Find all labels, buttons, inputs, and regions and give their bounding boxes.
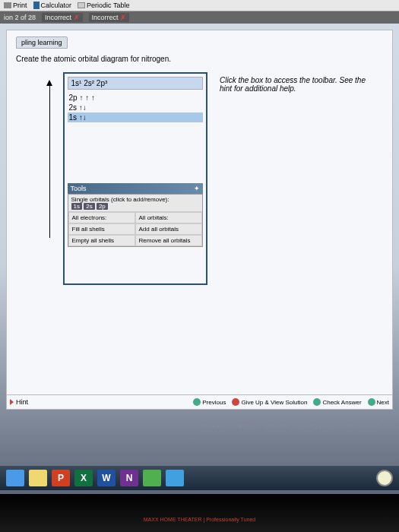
energy-label: Energy — [33, 0, 55, 285]
all-electrons-label: All electrons: — [68, 212, 135, 223]
orbital-2p[interactable]: 2p ↑ ↑ ↑ — [68, 93, 203, 103]
link-privacy[interactable]: privacy policy — [299, 422, 335, 429]
main-content: pling learning Create the atomic orbital… — [6, 30, 393, 410]
previous-button[interactable]: Previous — [193, 398, 226, 406]
taskbar-wave-icon[interactable] — [376, 470, 393, 486]
x-icon: ✗ — [74, 14, 80, 21]
tools-title: Tools — [71, 185, 87, 192]
taskbar-excel-icon[interactable]: X — [74, 470, 93, 486]
orbital-1s[interactable]: 1s ↑↓ — [68, 112, 203, 122]
instruction-text: Click the box to access the toolbar. See… — [220, 76, 372, 93]
next-button[interactable]: Next — [368, 398, 389, 406]
chip-2p[interactable]: 2p — [97, 203, 108, 210]
taskbar-ie-icon[interactable] — [6, 470, 24, 486]
tools-body: Single orbitals (click to add/remove): 1… — [68, 194, 203, 247]
taskbar-onenote-icon[interactable]: N — [120, 470, 138, 486]
all-orbitals-label: All orbitals: — [135, 212, 202, 223]
prev-icon — [193, 398, 201, 406]
tools-grid: All electrons: All orbitals: Fill all sh… — [68, 212, 202, 246]
speaker-branding: MAXX HOME THEATER | Professionally Tuned — [0, 494, 399, 522]
remove-orbitals-button[interactable]: Remove all orbitals — [135, 235, 202, 246]
table-icon — [78, 2, 85, 8]
print-button[interactable]: Print — [4, 2, 27, 9]
windows-taskbar: P X W N — [0, 466, 399, 490]
orbital-diagram-box[interactable]: 1s¹ 2s² 2p³ 2p ↑ ↑ ↑ 2s ↑↓ 1s ↑↓ Tools ✦… — [63, 72, 207, 285]
taskbar-windows-icon[interactable] — [166, 470, 184, 486]
chip-2s[interactable]: 2s — [84, 203, 94, 210]
link-careers[interactable]: careers — [234, 422, 255, 429]
fill-shells-button[interactable]: Fill all shells — [68, 223, 135, 235]
question-text: Create the atomic orbital diagram for ni… — [16, 55, 383, 63]
check-icon — [313, 398, 321, 406]
electron-config: 1s¹ 2s² 2p³ — [68, 77, 203, 90]
triangle-icon — [10, 399, 14, 405]
single-label: Single orbitals (click to add/remove): — [71, 196, 199, 203]
link-partners[interactable]: partners — [265, 422, 287, 429]
tab-row: pling learning — [16, 36, 383, 49]
laptop-bezel: MAXX HOME THEATER | Professionally Tuned — [0, 494, 399, 532]
taskbar-powerpoint-icon[interactable]: P — [52, 470, 70, 486]
empty-shells-button[interactable]: Empty all shells — [68, 235, 135, 246]
print-label: Print — [13, 2, 27, 9]
nav-buttons: Previous Give Up & View Solution Check A… — [193, 398, 389, 406]
status-incorrect-2[interactable]: Incorrect ✗ — [89, 13, 130, 22]
footer-links: about us careers partners privacy policy… — [0, 416, 399, 435]
app-toolbar: Print Calculator Periodic Table — [0, 0, 399, 11]
chip-1s[interactable]: 1s — [71, 203, 82, 210]
tools-header: Tools ✦ — [68, 183, 203, 194]
link-about[interactable]: about us — [200, 422, 223, 429]
print-icon — [4, 2, 11, 8]
periodic-table-button[interactable]: Periodic Table — [78, 2, 129, 9]
taskbar-explorer-icon[interactable] — [29, 470, 47, 486]
question-nav-bar: ion 2 of 28 Incorrect ✗ Incorrect ✗ — [0, 11, 399, 24]
giveup-button[interactable]: Give Up & View Solution — [232, 398, 307, 406]
single-orbitals-row: Single orbitals (click to add/remove): 1… — [68, 195, 202, 212]
bottom-nav: Hint Previous Give Up & View Solution Ch… — [7, 394, 392, 409]
taskbar-store-icon[interactable] — [143, 470, 161, 486]
hint-button[interactable]: Hint — [10, 398, 28, 406]
taskbar-word-icon[interactable]: W — [97, 470, 116, 486]
periodic-label: Periodic Table — [87, 2, 129, 9]
giveup-icon — [232, 398, 239, 406]
check-answer-button[interactable]: Check Answer — [313, 398, 361, 406]
next-icon — [368, 398, 375, 406]
orbital-2s[interactable]: 2s ↑↓ — [68, 103, 203, 112]
hint-label: Hint — [16, 398, 28, 406]
x-icon: ✗ — [120, 14, 126, 21]
diagram-area: Energy 1s¹ 2s² 2p³ 2p ↑ ↑ ↑ 2s ↑↓ 1s ↑↓ … — [46, 72, 383, 285]
tools-panel: Tools ✦ Single orbitals (click to add/re… — [68, 183, 203, 247]
question-position: ion 2 of 28 — [4, 14, 36, 21]
add-orbitals-button[interactable]: Add all orbitals — [135, 223, 202, 235]
close-icon[interactable]: ✦ — [194, 185, 200, 192]
link-terms[interactable]: terms of use — [346, 422, 379, 429]
